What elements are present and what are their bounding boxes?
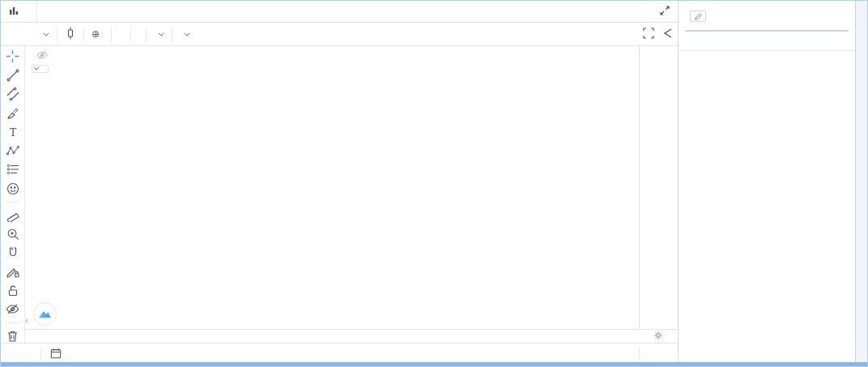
eye-off-icon[interactable] bbox=[36, 50, 48, 62]
bar-chart-icon bbox=[9, 6, 19, 17]
panel-collapse-handle[interactable]: ‹ bbox=[25, 315, 28, 325]
magnet-icon[interactable] bbox=[4, 246, 22, 259]
expand-icon[interactable] bbox=[660, 4, 670, 19]
profile-menu-button[interactable] bbox=[180, 32, 190, 36]
chart-plot-area[interactable]: ‹ bbox=[25, 46, 639, 330]
trash-icon[interactable] bbox=[4, 330, 22, 343]
brush-icon[interactable] bbox=[4, 106, 22, 119]
trend-line-icon[interactable] bbox=[4, 69, 22, 82]
lock-icon[interactable] bbox=[4, 284, 22, 297]
compare-button[interactable]: ⊕ bbox=[91, 28, 104, 40]
forecast-icon[interactable] bbox=[4, 163, 22, 176]
panel-tabs bbox=[685, 30, 849, 32]
candle-style-icon[interactable] bbox=[65, 27, 76, 42]
drawing-toolbar: T bbox=[1, 46, 25, 343]
parallel-channel-icon[interactable] bbox=[4, 87, 22, 100]
xabcd-pattern-icon[interactable] bbox=[4, 144, 22, 157]
chart-toolbar: ⊕ bbox=[1, 23, 678, 46]
right-sidebar-tabs bbox=[855, 1, 867, 364]
window-edge bbox=[1, 362, 867, 366]
trading-app: ⊕ bbox=[1, 1, 867, 366]
emoji-icon[interactable] bbox=[4, 181, 22, 194]
crosshair-icon[interactable] bbox=[4, 49, 22, 63]
fullscreen-icon[interactable] bbox=[643, 28, 654, 41]
legend-collapse-button[interactable] bbox=[32, 65, 49, 73]
svg-text:T: T bbox=[9, 126, 16, 139]
draw-lock-icon[interactable] bbox=[4, 265, 22, 278]
share-icon[interactable] bbox=[662, 28, 673, 41]
price-axis[interactable] bbox=[639, 46, 678, 329]
chevron-down-icon[interactable] bbox=[44, 30, 49, 36]
chart-legend[interactable] bbox=[32, 50, 48, 62]
zoom-in-icon[interactable] bbox=[4, 228, 22, 241]
chart-panel: ⊕ bbox=[1, 1, 679, 364]
ruler-icon[interactable] bbox=[4, 208, 22, 221]
edit-symbol-button[interactable] bbox=[690, 11, 706, 22]
tab-bar bbox=[1, 1, 678, 23]
circle-plus-icon: ⊕ bbox=[91, 28, 100, 40]
chart-menu-button[interactable] bbox=[154, 32, 164, 36]
time-axis[interactable] bbox=[25, 329, 678, 343]
order-book-header bbox=[679, 37, 855, 42]
chart-bottom-bar bbox=[1, 343, 678, 364]
calendar-icon[interactable] bbox=[50, 348, 62, 361]
market-depth-panel bbox=[679, 1, 855, 364]
hide-drawings-icon[interactable] bbox=[4, 303, 22, 316]
trades-header bbox=[679, 44, 855, 51]
chart-tab[interactable] bbox=[1, 1, 37, 22]
axis-settings-gear-icon[interactable] bbox=[653, 329, 663, 344]
broker-logo[interactable] bbox=[33, 302, 57, 326]
text-tool-icon[interactable]: T bbox=[4, 126, 22, 139]
